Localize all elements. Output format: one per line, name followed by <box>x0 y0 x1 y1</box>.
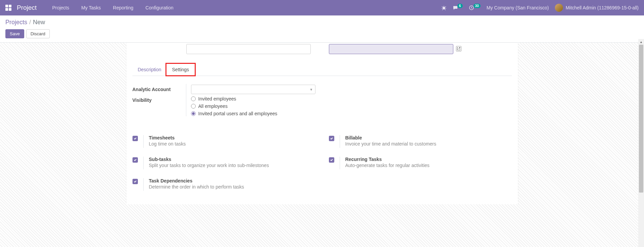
checkbox-billable[interactable] <box>329 136 334 141</box>
apps-icon[interactable] <box>5 5 11 11</box>
option-subtasks: Sub-tasks Split your tasks to organize y… <box>132 157 315 169</box>
menu-configuration[interactable]: Configuration <box>140 0 180 15</box>
radio-icon <box>191 104 196 109</box>
option-dependencies: Task Dependencies Determine the order in… <box>132 178 315 191</box>
radio-label: All employees <box>198 104 228 109</box>
option-timesheets: Timesheets Log time on tasks <box>132 135 315 148</box>
menu-reporting[interactable]: Reporting <box>107 0 140 15</box>
company-tag-input[interactable] <box>329 44 453 54</box>
scroll-up-icon[interactable]: ▲ <box>638 39 644 45</box>
radio-icon <box>191 96 196 101</box>
option-recurring: Recurring Tasks Auto-generate tasks for … <box>329 157 512 169</box>
form-sheet: Description Settings Analytic Account Vi… <box>126 43 518 204</box>
option-title: Task Dependencies <box>149 178 244 183</box>
tab-description[interactable]: Description <box>132 64 167 76</box>
user-name: Mitchell Admin (11286969-15-0-all) <box>566 5 639 10</box>
navbar: Project Projects My Tasks Reporting Conf… <box>0 0 644 15</box>
radio-label: Invited portal users and all employees <box>198 111 277 116</box>
control-panel: Projects / New Save Discard <box>0 15 644 43</box>
user-menu[interactable]: Mitchell Admin (11286969-15-0-all) <box>555 4 639 12</box>
svg-point-0 <box>443 7 445 9</box>
company-selector[interactable]: My Company (San Francisco) <box>487 5 549 10</box>
scrollbar[interactable]: ▲ <box>638 45 644 204</box>
breadcrumb-sep: / <box>29 19 31 26</box>
tab-settings-label: Settings <box>172 67 189 72</box>
breadcrumb-parent[interactable]: Projects <box>5 19 27 26</box>
option-title: Sub-tasks <box>149 157 269 162</box>
option-title: Recurring Tasks <box>345 157 430 162</box>
option-title: Billable <box>345 135 437 140</box>
option-desc: Invoice your time and material to custom… <box>345 141 437 147</box>
breadcrumb: Projects / New <box>5 19 639 26</box>
tab-settings[interactable]: Settings <box>167 64 195 76</box>
label-visibility: Visibility <box>132 95 182 106</box>
visibility-radio-group: Invited employees All employees Invited … <box>191 95 512 116</box>
messages-icon[interactable]: 6 <box>453 5 463 10</box>
analytic-account-select[interactable]: ▼ <box>191 85 315 94</box>
tabs: Description Settings <box>132 64 512 76</box>
checkbox-dependencies[interactable] <box>132 179 138 184</box>
brand-title[interactable]: Project <box>17 4 37 11</box>
option-desc: Auto-generate tasks for regular activiti… <box>345 163 430 168</box>
activities-badge: 30 <box>473 4 481 8</box>
save-button[interactable]: Save <box>5 29 24 38</box>
checkbox-subtasks[interactable] <box>132 157 138 163</box>
external-link-icon[interactable] <box>456 46 461 51</box>
checkbox-recurring[interactable] <box>329 157 334 163</box>
debug-icon[interactable] <box>441 5 447 10</box>
option-desc: Determine the order in which to perform … <box>149 184 244 190</box>
option-title: Timesheets <box>149 135 186 140</box>
menu-projects[interactable]: Projects <box>46 0 75 15</box>
caret-down-icon: ▼ <box>310 88 313 91</box>
activities-icon[interactable]: 30 <box>469 5 481 10</box>
radio-invited-employees[interactable]: Invited employees <box>191 96 512 101</box>
option-desc: Log time on tasks <box>149 141 186 147</box>
option-billable: Billable Invoice your time and material … <box>329 135 512 148</box>
option-desc: Split your tasks to organize your work i… <box>149 163 269 168</box>
radio-all-employees[interactable]: All employees <box>191 104 512 109</box>
menu-my-tasks[interactable]: My Tasks <box>75 0 107 15</box>
discard-button[interactable]: Discard <box>26 29 50 38</box>
label-analytic-account: Analytic Account <box>132 84 182 95</box>
radio-icon <box>191 111 196 116</box>
breadcrumb-current: New <box>33 19 45 26</box>
radio-portal-users[interactable]: Invited portal users and all employees <box>191 111 512 116</box>
radio-label: Invited employees <box>198 96 236 101</box>
scrollbar-thumb[interactable] <box>639 45 643 193</box>
name-input[interactable] <box>186 44 311 54</box>
checkbox-timesheets[interactable] <box>132 136 138 141</box>
avatar <box>555 4 563 12</box>
messages-badge: 6 <box>457 4 463 8</box>
